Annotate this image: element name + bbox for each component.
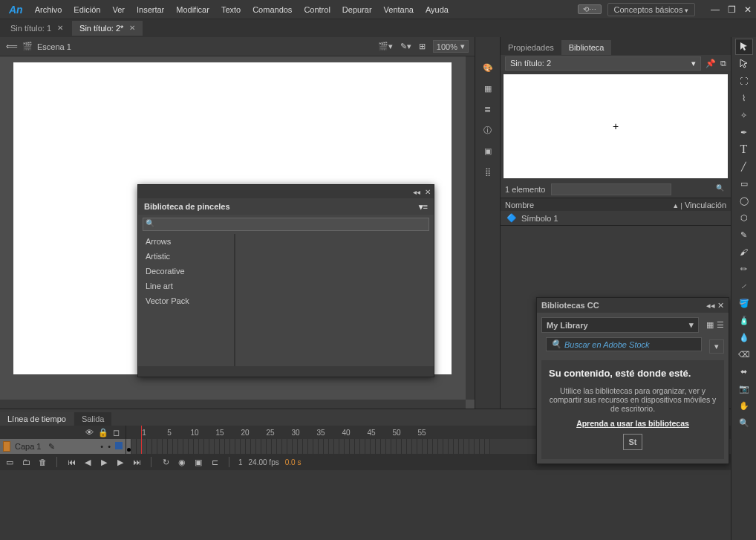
last-frame-icon[interactable]: ⏭ [131, 458, 142, 466]
ruler-1[interactable]: 1 [132, 429, 156, 437]
ruler-10[interactable]: 10 [183, 429, 206, 437]
library-doc-select[interactable]: Sin título: 2 ▾ [505, 56, 701, 71]
menu-modificar[interactable]: Modificar [170, 0, 215, 19]
new-lib-icon[interactable]: ⧉ [720, 59, 726, 68]
ruler-55[interactable]: 55 [410, 429, 434, 437]
paint-brush-tool[interactable]: ✏ [735, 261, 753, 277]
pencil-tool[interactable]: ✎ [735, 227, 753, 243]
library-item[interactable]: 🔷 Símbolo 1 [501, 211, 731, 225]
eraser-tool[interactable]: ⌫ [735, 346, 753, 362]
bone-tool[interactable]: ⟋ [735, 278, 753, 294]
ruler-15[interactable]: 15 [208, 429, 232, 437]
hand-tool[interactable]: ✋ [735, 397, 753, 414]
zoom-dropdown[interactable]: 100%▾ [433, 40, 469, 53]
menu-depurar[interactable]: Depurar [336, 0, 378, 19]
grid-view-icon[interactable]: ▦ [706, 320, 714, 330]
ruler-30[interactable]: 30 [284, 429, 307, 437]
zoom-tool[interactable]: 🔍 [735, 414, 753, 431]
pen-tool[interactable]: ✒ [735, 124, 753, 140]
subselect-tool[interactable] [735, 56, 753, 72]
close-icon[interactable]: ✕ [129, 21, 135, 36]
list-view-icon[interactable]: ☰ [717, 320, 724, 330]
tab-salida[interactable]: Salida [74, 412, 112, 426]
library-search[interactable] [551, 183, 671, 195]
magic-wand-tool[interactable]: ✧ [735, 107, 753, 123]
maximize-button[interactable]: ❐ [726, 5, 737, 14]
play-icon[interactable]: ▶ [99, 458, 109, 467]
rectangle-tool[interactable]: ▭ [735, 175, 753, 192]
back-arrow-icon[interactable]: ⟸ [6, 42, 18, 51]
oval-tool[interactable]: ◯ [735, 192, 753, 209]
lasso-tool[interactable]: ⌇ [735, 90, 753, 106]
fps-value[interactable]: 24.00 fps [249, 458, 279, 466]
doc-tab-1[interactable]: Sin título: 1✕ [3, 21, 71, 36]
cc-library-select[interactable]: My Library▾ [541, 317, 699, 333]
close-icon[interactable]: ✕ [57, 21, 63, 36]
marker-icon[interactable]: ⊏ [209, 458, 220, 467]
camera-tool[interactable]: 📷 [735, 380, 753, 397]
ruler-50[interactable]: 50 [385, 429, 408, 437]
text-tool[interactable]: T [735, 141, 753, 157]
menu-ayuda[interactable]: Ayuda [420, 0, 454, 19]
next-frame-icon[interactable]: ▶ [115, 458, 126, 467]
grid-icon[interactable]: ▦ [480, 80, 496, 97]
brush-cat-decorative[interactable]: Decorative [138, 264, 234, 279]
current-frame[interactable]: 1 [238, 458, 243, 466]
brush-library-panel[interactable]: ◂◂✕ Biblioteca de pinceles▾≡ Arrows Arti… [137, 184, 434, 377]
layer-lock-dot[interactable]: • [108, 442, 111, 451]
panel-close-icon[interactable]: ✕ [717, 301, 724, 310]
menu-comandos[interactable]: Comandos [247, 0, 298, 19]
loop-icon[interactable]: ↻ [160, 458, 171, 467]
brushes-icon[interactable]: ⣿ [480, 163, 496, 180]
new-folder-icon[interactable]: 🗀 [21, 458, 31, 466]
ink-bottle-tool[interactable]: 🧴 [735, 312, 753, 328]
workspace-switcher[interactable]: Conceptos básicos [607, 3, 695, 16]
menu-edicion[interactable]: Edición [68, 0, 106, 19]
tab-propiedades[interactable]: Propiedades [501, 40, 561, 55]
eye-icon[interactable]: 👁 [85, 428, 94, 437]
first-frame-icon[interactable]: ⏮ [66, 458, 76, 466]
menu-ventana[interactable]: Ventana [378, 0, 420, 19]
polystar-tool[interactable]: ⬡ [735, 209, 753, 226]
h-scrollbar[interactable] [0, 400, 466, 409]
ruler-25[interactable]: 25 [258, 429, 282, 437]
menu-texto[interactable]: Texto [215, 0, 247, 19]
ruler-35[interactable]: 35 [309, 429, 333, 437]
brush-cat-lineart[interactable]: Line art [138, 279, 234, 293]
ruler-40[interactable]: 40 [334, 429, 358, 437]
eyedropper-tool[interactable]: 💧 [735, 329, 753, 345]
library-icon[interactable]: ≣ [480, 101, 496, 117]
trash-icon[interactable]: 🗑 [37, 458, 48, 466]
menu-ver[interactable]: Ver [106, 0, 131, 19]
new-layer-icon[interactable]: ▭ [4, 458, 15, 467]
onion-icon[interactable]: ◉ [177, 458, 187, 467]
brush-search[interactable] [143, 218, 429, 231]
info-icon[interactable]: ⓘ [480, 122, 496, 138]
tab-biblioteca[interactable]: Biblioteca [561, 40, 612, 55]
paint-bucket-tool[interactable]: 🪣 [735, 295, 753, 311]
line-tool[interactable]: ╱ [735, 158, 753, 175]
cc-filter-icon[interactable]: ▾ [709, 339, 724, 354]
pin-icon[interactable]: 📌 [706, 59, 716, 68]
prev-frame-icon[interactable]: ◀ [82, 458, 93, 467]
menu-archivo[interactable]: Archivo [29, 0, 68, 19]
brush-cat-artistic[interactable]: Artistic [138, 249, 234, 264]
cc-libraries-panel[interactable]: Bibliotecas CC ◂◂ ✕ My Library▾ ▦ ☰ 🔍Bus… [536, 297, 729, 464]
cc-learn-link[interactable]: Aprenda a usar las bibliotecas [576, 419, 689, 428]
outline-icon[interactable]: ◻ [113, 428, 120, 437]
layer-vis-dot[interactable]: • [100, 442, 103, 451]
panel-close-icon[interactable]: ✕ [425, 188, 431, 196]
col-nombre[interactable]: Nombre [505, 201, 534, 209]
panel-menu-icon[interactable]: ▾≡ [419, 202, 428, 212]
layer-row[interactable]: Capa 1 ✎ • • [0, 439, 126, 454]
close-button[interactable]: ✕ [743, 5, 753, 14]
collapse-icon[interactable]: ◂◂ [706, 301, 715, 310]
tab-timeline[interactable]: Línea de tiempo [0, 412, 74, 426]
layer-outline-box[interactable] [115, 442, 123, 449]
free-transform-tool[interactable]: ⛶ [735, 73, 753, 89]
scene-name[interactable]: Escena 1 [37, 42, 71, 51]
ruler-20[interactable]: 20 [233, 429, 257, 437]
palette-icon[interactable]: 🎨 [480, 59, 496, 76]
brush-tool[interactable]: 🖌 [735, 244, 753, 260]
brush-cat-arrows[interactable]: Arrows [138, 234, 234, 249]
